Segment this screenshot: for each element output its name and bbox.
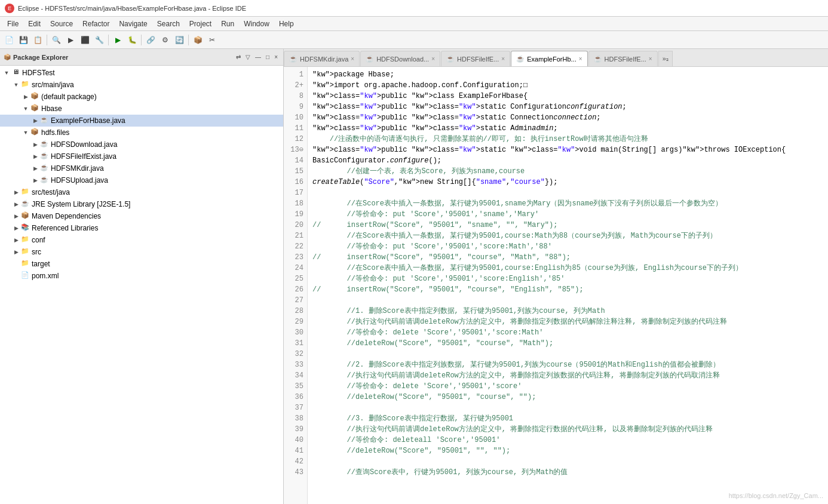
tree-item-target[interactable]: 📁target [0,258,283,270]
tree-arrow: ▶ [12,189,20,195]
tab-close-button[interactable]: × [579,56,582,62]
line-number: 18 [289,198,303,209]
editor-tab-tab-hdfsdownload[interactable]: ☕HDFSDownload...× [360,51,440,66]
tree-label: Referenced Libraries [32,224,98,232]
menu-help[interactable]: Help [274,19,299,29]
menu-refactor[interactable]: Refactor [78,19,114,29]
code-line: "kw">import org.apache.hadoop.conf.Confi… [312,80,823,91]
tree-item-hdfsfileifexist[interactable]: ▶☕HDFSFileIfExist.java [0,150,283,162]
tab-label: HDFSMKdir.java [300,56,348,63]
tree-label: HDFSDownload.java [51,140,117,149]
menu-source[interactable]: Source [45,19,78,29]
tab-icon: ☕ [289,55,298,63]
tab-close-button[interactable]: × [501,56,505,62]
line-numbers: 12+8910111213⊖14151617181920212223242526… [284,67,308,504]
tree-item-default-package[interactable]: ▶📦(default package) [0,91,283,103]
tree-label: ExampleForHbase.java [51,116,125,125]
tree-label: HDFSMKdir.java [51,164,104,173]
tree-label: (default package) [41,93,97,101]
toolbar-btn3[interactable]: ▶ [64,33,77,47]
tree-item-hdfstest[interactable]: ▼🖥HDFSTest [0,67,283,79]
toolbar-btn2[interactable]: 🔍 [50,33,63,47]
line-number: 15 [289,166,303,177]
code-line: "kw">class="kw">public "kw">class="kw">s… [312,123,823,134]
tree-label: src/main/java [32,81,74,89]
code-line: "kw">package Hbase; [312,69,823,80]
toolbar-btn[interactable]: 📋 [31,33,44,47]
toolbar-btn4[interactable]: ⬛ [78,33,91,47]
menu-window[interactable]: Window [239,19,274,29]
tree-item-maven-deps[interactable]: ▶📦Maven Dependencies [0,210,283,222]
tree-arrow: ▶ [31,118,39,124]
line-number: 24 [289,263,303,273]
menu-project[interactable]: Project [185,19,216,29]
tree-item-hdfs-files[interactable]: ▼📦hdfs.files [0,127,283,139]
title-text: Eclipse - HDFSTest/src/main/java/Hbase/E… [18,5,246,12]
tree-item-hdfsdownload[interactable]: ▶☕HDFSDownload.java [0,139,283,150]
tree-icon-javafile: ☕ [39,116,49,125]
toolbar-btn8[interactable]: 🔄 [173,33,186,47]
minimize-button[interactable]: — [253,53,263,61]
line-number: 21 [289,231,303,241]
code-line: //deleteRow("Score", "95001", "course", … [312,338,823,349]
code-line: //执行这句代码前请调deleteRow方法的定义中, 将删除指定行数据的代码注… [312,424,823,435]
editor-tab-tab-exampleforhbase[interactable]: ☕ExampleForHb...× [511,51,587,66]
sync-button[interactable]: ⇄ [234,53,243,61]
menu-run[interactable]: Run [216,19,239,29]
tab-close-button[interactable]: × [649,56,652,62]
tree-item-hbase[interactable]: ▼📦Hbase [0,103,283,115]
editor-tab-tab-hdfsmkdir[interactable]: ☕HDFSMKdir.java× [284,51,360,66]
eclipse-icon: E [5,4,14,13]
tab-icon: ☕ [446,55,455,63]
line-number: 36 [289,392,303,402]
code-line: "kw">class="kw">public "kw">class Exampl… [312,91,823,102]
code-editor[interactable]: 12+8910111213⊖14151617181920212223242526… [284,67,828,504]
tree-item-src-test-java[interactable]: ▶📁src/test/java [0,186,283,198]
code-line: //等价命令: deleteall 'Score','95001' [312,435,823,445]
line-number: 1 [289,69,303,80]
editor-tab-tab-hdfsfileifexist[interactable]: ☕HDFSFileIfE...× [441,51,510,66]
tree-item-hdfsupload[interactable]: ▶☕HDFSUpload.java [0,174,283,186]
toolbar-btn7[interactable]: ⚙ [158,33,171,47]
tree-item-conf[interactable]: ▶📁conf [0,234,283,246]
code-line [312,295,823,306]
close-button[interactable]: × [272,53,280,61]
tree-icon-package: 📦 [30,128,39,137]
debug-button[interactable]: 🐛 [125,33,139,47]
maximize-button[interactable]: □ [264,53,271,61]
toolbar-btn6[interactable]: 🔗 [144,33,157,47]
toolbar-btn9[interactable]: 📦 [191,33,204,47]
line-number: 42 [289,456,303,467]
tree-item-src-main-java[interactable]: ▼📁src/main/java [0,79,283,91]
tree-item-jre-system[interactable]: ▶☕JRE System Library [J2SE-1.5] [0,198,283,210]
tree-item-exampleforhbase[interactable]: ▶☕ExampleForHbase.java [0,115,283,127]
code-line: //等价命令: put 'Score','95001','score:Math'… [312,241,823,252]
tree-item-referenced-libs[interactable]: ▶📚Referenced Libraries [0,222,283,234]
code-line: //创建一个表, 表名为Score, 列族为sname,course [312,166,823,177]
tab-overflow-button[interactable]: »₂ [658,51,673,66]
save-button[interactable]: 💾 [17,33,30,47]
line-number: 12 [289,134,303,145]
tree-label: HDFSTest [22,69,55,77]
watermark: https://blog.csdn.net/Zgy_Cam... [729,492,823,499]
toolbar-btn5[interactable]: 🔧 [93,33,106,47]
line-number: 33 [289,359,303,370]
tab-close-button[interactable]: × [431,56,435,62]
new-button[interactable]: 📄 [2,33,16,47]
menu-edit[interactable]: Edit [23,19,45,29]
run-button[interactable]: ▶ [111,33,124,47]
tree-label: target [32,260,50,268]
code-content[interactable]: "kw">package Hbase;"kw">import org.apach… [308,67,828,504]
collapse-button[interactable]: ▽ [244,53,252,61]
toolbar-btn10[interactable]: ✂ [206,33,219,47]
menu-search[interactable]: Search [152,19,185,29]
tree-item-pom-xml[interactable]: 📄pom.xml [0,270,283,282]
line-number: 27 [289,295,303,306]
tree-item-src[interactable]: ▶📁src [0,246,283,258]
tab-close-button[interactable]: × [351,56,354,62]
menu-file[interactable]: File [2,19,23,29]
tree-item-hdfsmkdir[interactable]: ▶☕HDFSMKdir.java [0,162,283,174]
line-number: 34 [289,370,303,381]
menu-navigate[interactable]: Navigate [114,19,152,29]
editor-tab-tab-hdfsfileife2[interactable]: ☕HDFSFileIfE...× [588,51,658,66]
